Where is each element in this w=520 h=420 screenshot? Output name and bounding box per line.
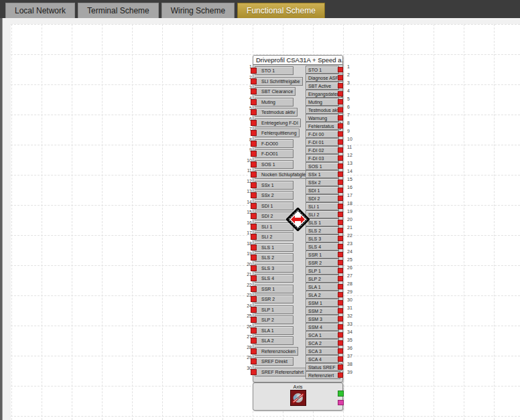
port-label[interactable]: Muting [306, 98, 339, 106]
port-connection-point[interactable] [338, 67, 343, 72]
port-connection-point[interactable] [338, 228, 343, 233]
port-connection-point[interactable] [338, 300, 343, 305]
port-label[interactable]: SCA 1 [306, 331, 339, 339]
port-label[interactable]: SSR 2 [306, 259, 339, 267]
port-label[interactable]: SLA 1 [306, 283, 339, 291]
tab-terminal-scheme[interactable]: Terminal Scheme [78, 3, 159, 18]
port-label[interactable]: STO 1 [255, 66, 294, 75]
port-connection-point[interactable] [338, 131, 343, 137]
port-connection-point[interactable] [338, 83, 343, 88]
port-connection-point[interactable] [251, 141, 257, 147]
port-label[interactable]: SLI 1 [306, 202, 339, 210]
port-connection-point[interactable] [338, 163, 343, 169]
port-connection-point[interactable] [251, 120, 257, 126]
port-label[interactable]: Muting [255, 98, 294, 107]
port-connection-point[interactable] [338, 220, 343, 225]
port-connection-point[interactable] [338, 324, 343, 330]
port-label[interactable]: SLS 1 [255, 243, 294, 252]
port-label[interactable]: F-DI 01 [306, 138, 339, 146]
port-label[interactable]: SSR 1 [306, 251, 339, 259]
port-label[interactable]: SREF Direkt [255, 357, 294, 366]
port-label[interactable]: SSM 2 [306, 307, 339, 315]
port-label[interactable]: SLS 2 [255, 253, 294, 262]
port-connection-point[interactable] [251, 286, 257, 292]
port-label[interactable]: SLS 4 [255, 274, 294, 283]
port-label[interactable]: F-DO00 [255, 139, 294, 148]
port-connection-point[interactable] [338, 171, 343, 177]
port-label[interactable]: F-DI 00 [306, 130, 339, 138]
port-connection-point[interactable] [251, 275, 257, 281]
port-connection-point[interactable] [251, 244, 257, 251]
port-connection-point[interactable] [251, 171, 257, 178]
port-connection-point[interactable] [338, 292, 343, 297]
port-connection-point[interactable] [338, 188, 343, 193]
port-label[interactable]: Fehlerstatus [306, 122, 341, 130]
port-connection-point[interactable] [251, 369, 257, 375]
port-label[interactable]: F-DI 03 [306, 154, 339, 162]
port-connection-point[interactable] [251, 130, 257, 136]
function-block-title[interactable]: Driveprofil CSA31A + Speed a... [253, 56, 342, 65]
port-label[interactable]: SCA 4 [306, 355, 339, 363]
port-connection-point[interactable] [338, 236, 343, 241]
port-label[interactable]: SLS 2 [306, 226, 339, 234]
tab-local-network[interactable]: Local Network [5, 3, 75, 18]
port-connection-point[interactable] [251, 328, 257, 334]
port-connection-point[interactable] [251, 109, 257, 115]
port-connection-point[interactable] [251, 68, 257, 74]
port-connection-point[interactable] [251, 88, 257, 94]
port-label[interactable]: SLI 2 [255, 232, 294, 241]
port-connection-point[interactable] [338, 139, 343, 145]
tab-wiring-scheme[interactable]: Wiring Scheme [161, 3, 235, 18]
port-label[interactable]: SSx 1 [255, 181, 294, 190]
port-connection-point[interactable] [251, 234, 257, 240]
port-label[interactable]: SSM 4 [306, 323, 339, 331]
port-connection-point[interactable] [338, 364, 343, 370]
port-connection-point[interactable] [338, 268, 343, 273]
port-connection-point[interactable] [251, 99, 257, 105]
port-connection-point[interactable] [251, 338, 257, 344]
port-connection-point[interactable] [251, 213, 257, 219]
port-label[interactable]: F-DO01 [255, 149, 294, 158]
port-connection-point[interactable] [338, 196, 343, 201]
port-label[interactable]: STO 1 [306, 66, 339, 74]
port-connection-point[interactable] [251, 78, 257, 84]
port-label[interactable]: Referenziert [306, 371, 340, 379]
port-label[interactable]: SLP 1 [306, 267, 339, 275]
port-label[interactable]: Referenznocken [255, 347, 298, 356]
port-connection-point[interactable] [251, 192, 257, 198]
port-connection-point[interactable] [338, 340, 343, 346]
port-label[interactable]: SSx 1 [306, 170, 339, 178]
port-label[interactable]: SCA 2 [306, 339, 339, 347]
port-label[interactable]: SOS 1 [306, 162, 339, 170]
port-connection-point[interactable] [251, 307, 257, 313]
axis-section[interactable]: Axis [253, 382, 343, 411]
port-label[interactable]: F-DI 02 [306, 146, 339, 154]
port-connection-point[interactable] [251, 182, 257, 188]
port-connection-point[interactable] [251, 224, 257, 230]
port-label[interactable]: SLA 2 [255, 336, 294, 345]
axis-port-green[interactable] [338, 391, 344, 397]
port-label[interactable]: SSR 2 [255, 295, 294, 303]
port-connection-point[interactable] [338, 308, 343, 313]
port-connection-point[interactable] [338, 204, 343, 209]
port-label[interactable]: SLS 3 [306, 234, 339, 242]
port-label[interactable]: SLP 2 [306, 275, 339, 283]
port-connection-point[interactable] [338, 147, 343, 153]
port-label[interactable]: SLA 1 [255, 326, 294, 335]
port-label[interactable]: SLP 2 [255, 316, 294, 324]
port-connection-point[interactable] [251, 317, 257, 323]
port-label[interactable]: Entriegelung F-DI [255, 119, 301, 127]
port-label[interactable]: SREF Referenzfahrt [255, 368, 306, 376]
port-connection-point[interactable] [338, 260, 343, 265]
port-connection-point[interactable] [338, 155, 343, 161]
port-label[interactable]: SDI 1 [306, 186, 339, 194]
port-label[interactable]: SLS 3 [255, 264, 294, 273]
port-connection-point[interactable] [338, 252, 343, 257]
port-label[interactable]: SBT Active [306, 82, 339, 90]
port-label[interactable]: SDI 2 [306, 194, 339, 202]
port-label[interactable]: SSM 3 [306, 315, 339, 323]
port-label[interactable]: SOS 1 [255, 160, 294, 169]
port-connection-point[interactable] [338, 276, 343, 281]
port-connection-point[interactable] [251, 255, 257, 261]
axis-port-magenta[interactable] [338, 400, 344, 405]
